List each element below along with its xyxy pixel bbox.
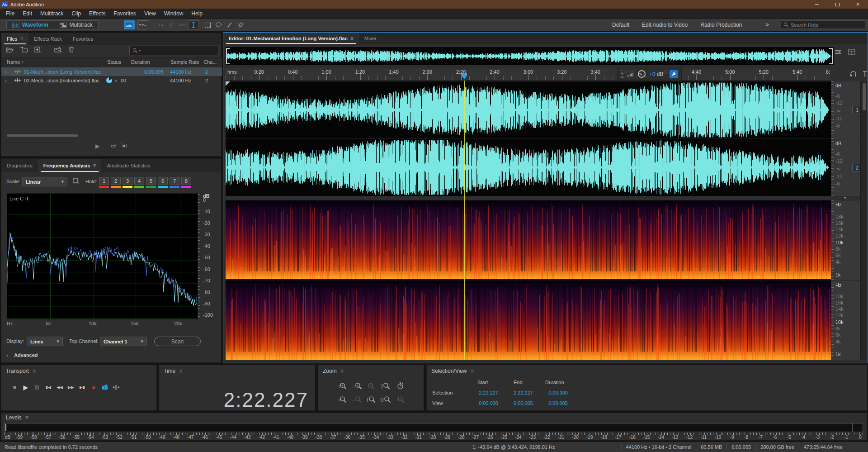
waveform-display-toggle[interactable]: [137, 20, 148, 29]
display-select[interactable]: Lines▾: [27, 337, 63, 346]
menu-item[interactable]: Edit: [19, 9, 36, 19]
waveform-display[interactable]: [226, 81, 831, 196]
tab-favorites[interactable]: Favorites: [67, 33, 99, 45]
overview-waveform[interactable]: [226, 48, 834, 65]
maximize-button[interactable]: [827, 0, 848, 9]
play-button[interactable]: ▶: [21, 383, 31, 391]
tab-mixer[interactable]: Mixer: [359, 33, 382, 44]
gain-knob[interactable]: [638, 70, 646, 78]
menu-item[interactable]: Help: [187, 9, 207, 19]
zoom-to-selection-button[interactable]: +: [365, 381, 377, 390]
hold-button-1[interactable]: 1: [99, 177, 109, 185]
timeline-ruler[interactable]: hms 0:200:401:001:201:402:002:202:403:00…: [226, 67, 831, 81]
overview-playhead[interactable]: [465, 48, 465, 64]
scan-button[interactable]: Scan: [154, 337, 201, 346]
tab-amplitude-statistics[interactable]: Amplitude Statistics: [101, 159, 156, 172]
help-search-box[interactable]: [781, 20, 865, 29]
menu-item[interactable]: File: [2, 9, 19, 19]
zoom-to-out-point-button[interactable]: ⟨: [365, 395, 377, 404]
menu-item[interactable]: Window: [160, 9, 188, 19]
column-header-name[interactable]: Name ↑: [7, 59, 24, 65]
top-channel-select[interactable]: Channel 1▾: [100, 337, 147, 346]
panel-menu-icon[interactable]: ≡: [340, 368, 344, 374]
new-file-button[interactable]: [34, 47, 42, 52]
panel-menu-icon[interactable]: ≡: [471, 368, 474, 374]
view-duration-value[interactable]: 6:00.005: [527, 400, 568, 406]
level-meter[interactable]: [4, 423, 863, 432]
hud-drag-grip[interactable]: [621, 71, 623, 78]
pause-button[interactable]: [32, 383, 42, 391]
paintbrush-selection-tool[interactable]: [224, 20, 235, 29]
zoom-navigator[interactable]: [226, 47, 833, 65]
workspace-button[interactable]: Edit Audio to Video: [636, 22, 694, 28]
menu-item[interactable]: Clip: [67, 9, 85, 19]
open-file-button[interactable]: [6, 47, 14, 52]
file-row[interactable]: › 01-Mech...otion (Long Version).flac 6:…: [1, 67, 222, 76]
lasso-selection-tool[interactable]: [213, 20, 224, 29]
razor-tool[interactable]: [166, 20, 177, 29]
move-tool[interactable]: [156, 20, 166, 29]
spectral-channel-2[interactable]: [226, 281, 831, 360]
panel-menu-icon[interactable]: ≡: [20, 36, 23, 42]
multitrack-view-button[interactable]: Multitrack: [54, 20, 99, 29]
display-splitter[interactable]: ▾: [226, 196, 868, 200]
panel-menu-icon[interactable]: ≡: [93, 162, 96, 169]
skip-to-start-button[interactable]: ▮◀: [43, 383, 53, 391]
expand-chevron-icon[interactable]: ›: [5, 69, 7, 75]
zoom-out-amplitude-button[interactable]: ↕−: [336, 395, 348, 404]
stop-button[interactable]: ■: [9, 383, 19, 391]
advanced-expander-icon[interactable]: ›: [6, 352, 8, 358]
time-display[interactable]: 2:22.227: [159, 389, 308, 411]
spectral-display[interactable]: [226, 200, 831, 360]
workspace-button[interactable]: Radio Production: [694, 22, 748, 28]
headphones-icon[interactable]: [850, 71, 857, 77]
panel-menu-icon[interactable]: ≡: [33, 368, 36, 374]
zoom-between-points-button[interactable]: ⟨⟩: [380, 395, 392, 404]
marquee-selection-tool[interactable]: [203, 20, 213, 29]
expand-chevron-icon[interactable]: ›: [5, 78, 7, 83]
loop-playback-button[interactable]: [100, 383, 110, 391]
record-button[interactable]: ●: [89, 383, 99, 391]
hold-button-2[interactable]: 2: [111, 177, 121, 185]
column-header-status[interactable]: Status: [107, 59, 121, 65]
splitter-arrow-icon[interactable]: ▾: [844, 195, 846, 200]
selection-duration-value[interactable]: 0:00.000: [527, 390, 568, 395]
hold-button-3[interactable]: 3: [123, 177, 132, 185]
scale-options-icon[interactable]: [862, 71, 868, 77]
hold-button-8[interactable]: 8: [181, 177, 191, 185]
time-selection-tool[interactable]: [188, 20, 199, 29]
import-file-button[interactable]: [20, 47, 28, 52]
panel-menu-icon[interactable]: ≡: [25, 414, 28, 421]
waveform-channel-2[interactable]: [226, 139, 831, 196]
file-row[interactable]: › 02-Mech...otion (Instrumental).flac × …: [1, 76, 222, 85]
panel-menu-icon[interactable]: ≡: [350, 35, 354, 42]
minimize-button[interactable]: [807, 0, 827, 9]
vertical-scrollbar[interactable]: [860, 81, 868, 360]
spectral-channel-1[interactable]: [226, 200, 831, 279]
panel-menu-icon[interactable]: ≡: [179, 368, 182, 374]
column-header-sample-rate[interactable]: Sample Rate: [170, 59, 199, 65]
loop-preview-button[interactable]: [110, 143, 117, 149]
frequency-analysis-plot[interactable]: [7, 193, 198, 319]
zoom-in-time-button[interactable]: ↔+: [351, 381, 363, 390]
menu-item[interactable]: View: [140, 9, 160, 19]
skip-selection-button[interactable]: [111, 383, 121, 391]
spectral-display-toggle[interactable]: [124, 20, 135, 29]
slip-tool[interactable]: [177, 20, 188, 29]
skip-to-end-button[interactable]: ▶▮: [77, 383, 87, 391]
view-start-handle[interactable]: [226, 48, 230, 64]
timed-zoom-button[interactable]: [394, 381, 406, 390]
workspace-button[interactable]: Default: [606, 22, 636, 28]
hold-button-7[interactable]: 7: [170, 177, 179, 185]
rewind-button[interactable]: ◀◀: [55, 383, 65, 391]
tab-editor[interactable]: Editor: 01-Mechanical Emotion (Long Vers…: [223, 33, 359, 44]
tab-effects-rack[interactable]: Effects Rack: [28, 33, 67, 45]
menu-item[interactable]: Favorites: [110, 9, 140, 19]
cancel-progress-icon[interactable]: ×: [114, 78, 117, 83]
scrollbar-thumb[interactable]: [863, 83, 866, 110]
spectral-settings-icon[interactable]: [835, 49, 842, 55]
close-button[interactable]: ×: [848, 0, 868, 9]
hold-button-5[interactable]: 5: [146, 177, 156, 185]
spot-healing-brush-tool[interactable]: [235, 20, 246, 29]
waveform-channel-1[interactable]: [226, 81, 831, 138]
